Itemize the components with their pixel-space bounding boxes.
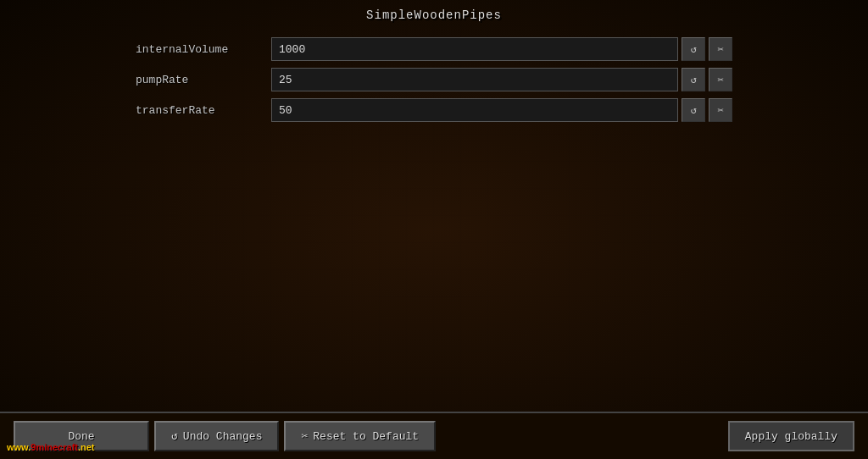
- setting-input-internalvolume[interactable]: [271, 37, 678, 61]
- setting-input-wrapper-pumprate: ↺ ✂: [271, 68, 732, 91]
- apply-globally-label: Apply globally: [745, 430, 837, 443]
- scissors-row-btn-transferrate[interactable]: ✂: [709, 98, 732, 122]
- setting-input-pumprate[interactable]: [271, 68, 678, 91]
- setting-input-transferrate[interactable]: [271, 98, 678, 122]
- undo-btn-icon: ↺: [171, 429, 178, 443]
- window-title: SimpleWoodenPipes: [0, 0, 868, 29]
- setting-input-wrapper-internalvolume: ↺ ✂: [271, 37, 732, 61]
- settings-area: internalVolume ↺ ✂ pumpRate ↺ ✂: [0, 29, 868, 412]
- undo-row-btn-pumprate[interactable]: ↺: [682, 68, 705, 91]
- undo-row-icon-internalvolume: ↺: [690, 43, 696, 56]
- scissors-row-icon-transferrate: ✂: [717, 104, 723, 117]
- undo-row-icon-transferrate: ↺: [690, 104, 696, 117]
- setting-label-internalvolume: internalVolume: [136, 43, 271, 56]
- undo-row-btn-internalvolume[interactable]: ↺: [682, 37, 705, 61]
- scissors-row-icon-internalvolume: ✂: [717, 43, 723, 56]
- setting-label-pumprate: pumpRate: [136, 74, 271, 86]
- bottom-bar: Done ↺ Undo Changes ✂ Reset to Default A…: [0, 412, 868, 459]
- setting-label-transferrate: transferRate: [136, 104, 271, 117]
- setting-row-transferrate: transferRate ↺ ✂: [136, 98, 732, 122]
- watermark: www.9minecraft.net: [7, 442, 95, 452]
- reset-to-default-button[interactable]: ✂ Reset to Default: [284, 421, 436, 451]
- reset-btn-icon: ✂: [301, 429, 308, 443]
- scissors-row-icon-pumprate: ✂: [717, 74, 723, 86]
- app-window: SimpleWoodenPipes internalVolume ↺ ✂ pum…: [0, 0, 868, 459]
- reset-to-default-label: Reset to Default: [313, 430, 419, 443]
- watermark-prefix: www.: [7, 442, 31, 452]
- done-button-label: Done: [68, 430, 94, 443]
- undo-changes-button[interactable]: ↺ Undo Changes: [154, 421, 279, 451]
- undo-row-icon-pumprate: ↺: [690, 74, 696, 86]
- watermark-brand: 9minecraft: [31, 442, 78, 452]
- watermark-suffix: .net: [78, 442, 95, 452]
- undo-row-btn-transferrate[interactable]: ↺: [682, 98, 705, 122]
- apply-globally-button[interactable]: Apply globally: [728, 421, 854, 451]
- scissors-row-btn-internalvolume[interactable]: ✂: [709, 37, 732, 61]
- title-text: SimpleWoodenPipes: [366, 8, 502, 22]
- setting-row-pumprate: pumpRate ↺ ✂: [136, 68, 732, 91]
- setting-input-wrapper-transferrate: ↺ ✂: [271, 98, 732, 122]
- undo-changes-label: Undo Changes: [183, 430, 263, 443]
- setting-row-internalvolume: internalVolume ↺ ✂: [136, 37, 732, 61]
- scissors-row-btn-pumprate[interactable]: ✂: [709, 68, 732, 91]
